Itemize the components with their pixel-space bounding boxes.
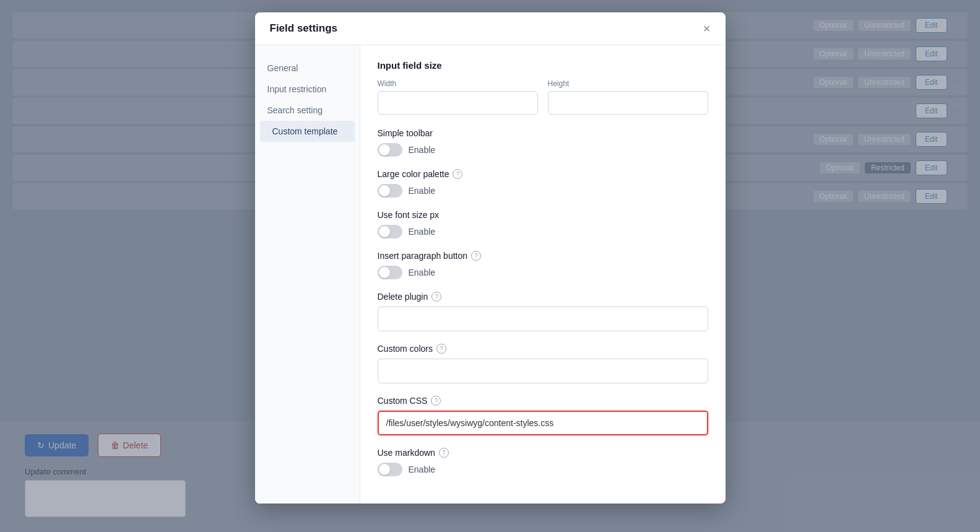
- custom-css-label: Custom CSS ?: [378, 396, 708, 406]
- modal-main-content: Input field size Width Height: [360, 45, 726, 504]
- font-size-px-toggle-row: Enable: [378, 225, 708, 238]
- modal-header: Field settings ×: [255, 12, 726, 45]
- width-label: Width: [378, 79, 538, 88]
- large-color-palette-toggle[interactable]: [378, 184, 402, 198]
- use-markdown-section: Use markdown ? Enable: [378, 448, 708, 476]
- use-markdown-help-icon[interactable]: ?: [439, 448, 449, 458]
- insert-paragraph-label: Insert paragraph button ?: [378, 251, 708, 261]
- input-field-size-section: Input field size Width Height: [378, 60, 708, 115]
- modal-overlay: Field settings × General Input restricti…: [0, 0, 980, 532]
- use-markdown-enable-label: Enable: [409, 464, 436, 474]
- delete-plugin-label: Delete plugin ?: [378, 292, 708, 302]
- size-fields-row: Width Height: [378, 79, 708, 115]
- large-color-palette-enable-label: Enable: [409, 186, 436, 196]
- insert-paragraph-toggle[interactable]: [378, 266, 402, 279]
- simple-toolbar-label: Simple toolbar: [378, 128, 708, 138]
- use-markdown-slider: [378, 463, 402, 476]
- simple-toolbar-enable-label: Enable: [409, 145, 436, 155]
- custom-css-input[interactable]: [378, 411, 708, 435]
- height-input[interactable]: [548, 91, 708, 115]
- use-markdown-label: Use markdown ?: [378, 448, 708, 458]
- simple-toolbar-section: Simple toolbar Enable: [378, 128, 708, 157]
- custom-colors-input[interactable]: [378, 359, 708, 383]
- font-size-px-slider: [378, 225, 402, 238]
- custom-css-section: Custom CSS ?: [378, 396, 708, 435]
- large-color-palette-label: Large color palette ?: [378, 169, 708, 179]
- simple-toolbar-toggle-row: Enable: [378, 143, 708, 157]
- height-label: Height: [548, 79, 708, 88]
- height-field-group: Height: [548, 79, 708, 115]
- insert-paragraph-section: Insert paragraph button ? Enable: [378, 251, 708, 279]
- large-color-palette-help-icon[interactable]: ?: [453, 169, 462, 179]
- delete-plugin-input[interactable]: [378, 307, 708, 331]
- insert-paragraph-enable-label: Enable: [409, 268, 436, 277]
- insert-paragraph-toggle-row: Enable: [378, 266, 708, 279]
- large-color-palette-section: Large color palette ? Enable: [378, 169, 708, 198]
- modal-close-button[interactable]: ×: [703, 22, 711, 35]
- font-size-px-section: Use font size px Enable: [378, 210, 708, 238]
- modal-body: General Input restriction Search setting…: [255, 45, 726, 504]
- font-size-px-label: Use font size px: [378, 210, 708, 220]
- font-size-px-toggle[interactable]: [378, 225, 402, 238]
- nav-custom-template[interactable]: Custom template: [260, 121, 355, 142]
- modal-sidebar: General Input restriction Search setting…: [255, 45, 360, 504]
- width-field-group: Width: [378, 79, 538, 115]
- width-input[interactable]: [378, 91, 538, 115]
- font-size-px-enable-label: Enable: [409, 227, 436, 237]
- delete-plugin-help-icon[interactable]: ?: [431, 292, 441, 302]
- input-field-size-title: Input field size: [378, 60, 708, 71]
- simple-toolbar-slider: [378, 143, 402, 157]
- custom-colors-label: Custom colors ?: [378, 344, 708, 354]
- delete-plugin-section: Delete plugin ?: [378, 292, 708, 331]
- nav-general[interactable]: General: [255, 58, 360, 79]
- custom-colors-section: Custom colors ?: [378, 344, 708, 383]
- use-markdown-toggle-row: Enable: [378, 463, 708, 476]
- use-markdown-toggle[interactable]: [378, 463, 402, 476]
- insert-paragraph-help-icon[interactable]: ?: [471, 251, 481, 261]
- insert-paragraph-slider: [378, 266, 402, 279]
- nav-search-setting[interactable]: Search setting: [255, 100, 360, 121]
- simple-toolbar-toggle[interactable]: [378, 143, 402, 157]
- custom-colors-help-icon[interactable]: ?: [436, 344, 446, 354]
- large-color-palette-slider: [378, 184, 402, 198]
- modal-dialog: Field settings × General Input restricti…: [255, 12, 726, 504]
- custom-css-help-icon[interactable]: ?: [431, 396, 441, 406]
- large-color-palette-toggle-row: Enable: [378, 184, 708, 198]
- modal-title: Field settings: [270, 22, 338, 35]
- nav-input-restriction[interactable]: Input restriction: [255, 79, 360, 100]
